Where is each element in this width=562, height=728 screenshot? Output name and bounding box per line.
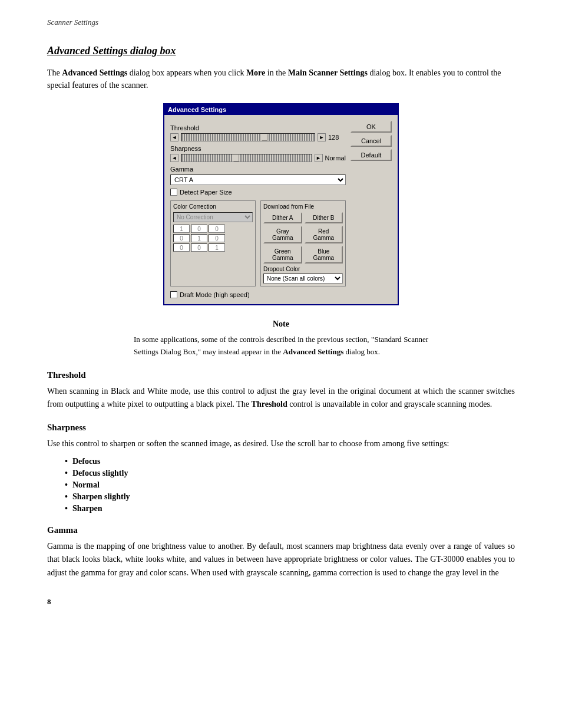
detect-paper-label: Detect Paper Size [180, 189, 232, 196]
page-header: Scanner Settings [47, 18, 515, 27]
draft-mode-checkbox[interactable] [170, 291, 177, 298]
default-button[interactable]: Default [351, 149, 392, 161]
ok-button[interactable]: OK [351, 121, 392, 133]
threshold-left-arrow[interactable]: ◄ [170, 133, 178, 141]
blue-gamma-button[interactable]: Blue Gamma [305, 246, 343, 263]
detect-paper-row: Detect Paper Size [170, 189, 346, 196]
gamma-section-text: Gamma is the mapping of one brightness v… [47, 540, 515, 579]
sharpness-track[interactable] [181, 154, 312, 162]
green-gamma-button[interactable]: Green Gamma [263, 246, 302, 263]
note-text: In some applications, some of the contro… [134, 334, 428, 358]
sharpness-section-title: Sharpness [47, 423, 515, 433]
dropout-select[interactable]: None (Scan all colors) [263, 274, 343, 284]
color-correction-box: Color Correction No Correction 1 0 0 0 1 [170, 200, 256, 286]
header-label: Scanner Settings [47, 18, 98, 27]
list-item: Normal [65, 480, 515, 490]
bottom-section: Color Correction No Correction 1 0 0 0 1 [170, 200, 346, 286]
sharpness-list: Defocus Defocus slightly Normal Sharpen … [65, 457, 515, 513]
sharpness-section: Sharpness Use this control to sharpen or… [47, 423, 515, 513]
threshold-section-title: Threshold [47, 370, 515, 380]
dropout-label: Dropout Color [263, 266, 343, 272]
intro-paragraph: The Advanced Settings dialog box appears… [47, 67, 515, 91]
sharpness-value: Normal [325, 154, 346, 162]
dialog-titlebar: Advanced Settings [164, 104, 398, 115]
sharpness-section-text: Use this control to sharpen or soften th… [47, 437, 515, 450]
draft-mode-row: Draft Mode (high speed) [170, 291, 346, 298]
section-title: Advanced Settings dialog box [47, 45, 515, 57]
dropout-box: Dropout Color None (Scan all colors) [263, 266, 343, 284]
dither-b-button[interactable]: Dither B [305, 212, 343, 223]
gamma-dropdown-row: CRT A [170, 174, 346, 185]
gamma-label: Gamma [170, 166, 346, 173]
dialog-box: Advanced Settings Threshold ◄ ► 128 [163, 103, 399, 305]
download-title: Download from File [263, 203, 343, 210]
sharpness-left-arrow[interactable]: ◄ [170, 154, 178, 162]
gamma-section: Gamma Gamma is the mapping of one bright… [47, 525, 515, 579]
gamma-select[interactable]: CRT A [170, 174, 346, 185]
color-correction-title: Color Correction [173, 203, 253, 210]
sharpness-label: Sharpness [170, 145, 346, 152]
list-item: Sharpen slightly [65, 492, 515, 502]
threshold-value: 128 [328, 134, 346, 141]
matrix-row-3: 0 0 1 [173, 243, 253, 252]
threshold-right-arrow[interactable]: ► [318, 133, 326, 141]
draft-mode-label: Draft Mode (high speed) [180, 291, 250, 298]
dither-a-button[interactable]: Dither A [263, 212, 302, 223]
threshold-section: Threshold When scanning in Black and Whi… [47, 370, 515, 411]
color-gamma-row: Green Gamma Blue Gamma [263, 246, 343, 263]
cancel-button[interactable]: Cancel [351, 135, 392, 147]
sharpness-right-arrow[interactable]: ► [315, 154, 323, 162]
threshold-slider-row: ◄ ► 128 [170, 133, 346, 141]
threshold-section-text: When scanning in Black and White mode, u… [47, 385, 515, 411]
dialog-left-panel: Threshold ◄ ► 128 Sharpness ◄ [170, 121, 346, 298]
red-gamma-button[interactable]: Red Gamma [305, 226, 343, 243]
gamma-row: Gray Gamma Red Gamma [263, 226, 343, 243]
dither-row: Dither A Dither B [263, 212, 343, 223]
threshold-track[interactable] [181, 133, 315, 141]
threshold-label: Threshold [170, 124, 346, 131]
list-item: Defocus slightly [65, 469, 515, 478]
download-box: Download from File Dither A Dither B Gra… [260, 200, 346, 286]
gamma-section-title: Gamma [47, 525, 515, 535]
page-number: 8 [47, 597, 515, 607]
sharpness-slider-row: ◄ ► Normal [170, 154, 346, 162]
list-item: Sharpen [65, 504, 515, 513]
list-item: Defocus [65, 457, 515, 466]
color-correction-select[interactable]: No Correction [173, 212, 253, 222]
matrix-row-2: 0 1 0 [173, 234, 253, 242]
dialog-right-panel: OK Cancel Default [351, 121, 392, 298]
note-title: Note [134, 319, 428, 329]
dialog-container: Advanced Settings Threshold ◄ ► 128 [47, 103, 515, 305]
gray-gamma-button[interactable]: Gray Gamma [263, 226, 302, 243]
note-box: Note In some applications, some of the c… [134, 319, 428, 358]
detect-paper-checkbox[interactable] [170, 189, 177, 196]
matrix-row-1: 1 0 0 [173, 225, 253, 233]
